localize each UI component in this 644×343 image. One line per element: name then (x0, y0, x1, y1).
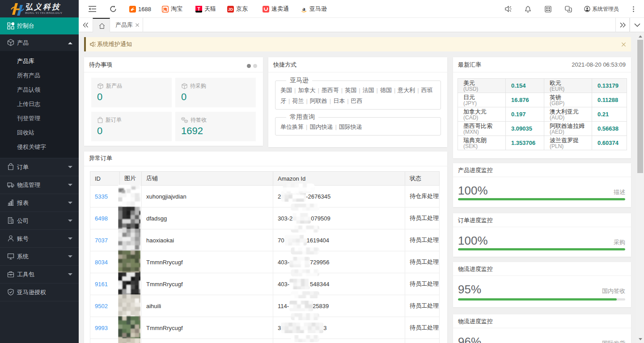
svg-text:T: T (197, 6, 200, 11)
svg-text:淘: 淘 (163, 7, 167, 12)
svg-text:a: a (302, 6, 305, 12)
svg-text:JD: JD (228, 7, 233, 12)
